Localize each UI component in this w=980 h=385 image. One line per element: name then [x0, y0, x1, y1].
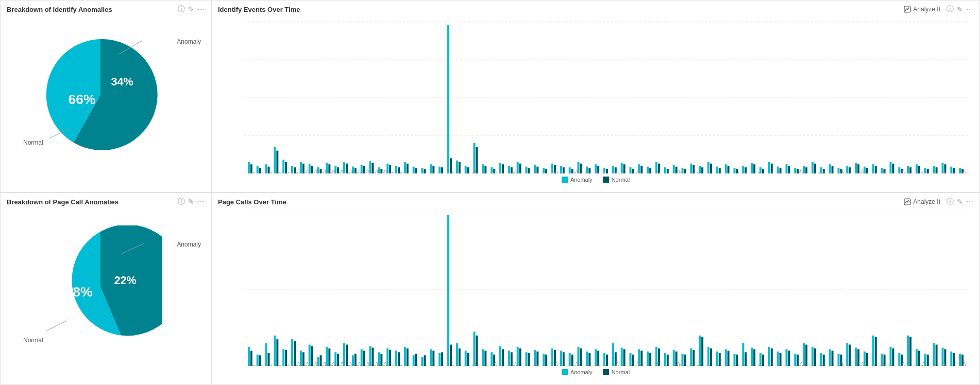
svg-rect-59: [647, 167, 649, 173]
svg-rect-151: [728, 166, 730, 173]
svg-rect-328: [354, 354, 357, 366]
edit-icon-c2[interactable]: ✎: [957, 198, 963, 206]
svg-rect-343: [484, 351, 486, 366]
svg-rect-80: [829, 164, 831, 173]
dashboard: Breakdown of Identify Anomalies ⓘ ✎ ⋯: [0, 0, 980, 385]
svg-rect-357: [606, 355, 608, 366]
chart-panel-1: Identify Events Over Time Analyze It ⓘ ✎…: [211, 0, 980, 192]
svg-rect-135: [588, 168, 590, 173]
more-icon-c1[interactable]: ⋯: [966, 5, 973, 13]
svg-rect-123: [484, 166, 486, 173]
svg-rect-283: [682, 354, 684, 366]
svg-rect-35: [438, 167, 441, 173]
svg-rect-260: [482, 349, 484, 366]
svg-rect-291: [751, 347, 753, 366]
svg-rect-18: [291, 166, 293, 173]
svg-rect-167: [866, 168, 868, 173]
edit-icon-2[interactable]: ✎: [188, 198, 194, 206]
svg-rect-240: [309, 345, 311, 366]
svg-rect-32: [413, 167, 415, 173]
svg-rect-368: [701, 337, 703, 366]
svg-rect-337: [432, 351, 434, 366]
svg-rect-346: [511, 352, 513, 366]
svg-rect-383: [832, 351, 834, 366]
svg-rect-90: [916, 164, 918, 173]
svg-rect-71: [751, 163, 753, 173]
svg-rect-76: [794, 168, 796, 173]
svg-rect-302: [846, 343, 848, 366]
svg-rect-390: [892, 348, 894, 366]
svg-rect-371: [728, 351, 730, 366]
chart-panel-2: Page Calls Over Time Analyze It ⓘ ✎ ⋯: [211, 192, 980, 385]
edit-icon-c1[interactable]: ✎: [957, 5, 963, 13]
analyze-btn-1[interactable]: Analyze It: [901, 5, 943, 14]
chart2-icons: Analyze It ⓘ ✎ ⋯: [901, 197, 973, 206]
svg-rect-63: [682, 168, 684, 173]
info-icon-1[interactable]: ⓘ: [178, 5, 185, 14]
svg-rect-321: [294, 341, 296, 366]
svg-rect-177: [953, 168, 955, 173]
edit-icon-1[interactable]: ✎: [188, 5, 194, 13]
svg-rect-85: [872, 164, 874, 173]
svg-rect-140: [632, 169, 634, 173]
more-icon-2[interactable]: ⋯: [197, 198, 205, 206]
svg-rect-172: [909, 167, 911, 173]
svg-rect-275: [612, 343, 614, 366]
panel-header-1: Breakdown of Identify Anomalies ⓘ ✎ ⋯: [7, 5, 205, 14]
info-icon-2[interactable]: ⓘ: [178, 197, 185, 206]
more-icon-1[interactable]: ⋯: [197, 5, 205, 13]
chart2-area: 20K 10K 0: [218, 208, 973, 366]
svg-rect-282: [673, 350, 675, 366]
svg-rect-326: [337, 354, 339, 366]
svg-rect-355: [588, 353, 590, 366]
svg-rect-298: [812, 347, 814, 366]
svg-rect-361: [640, 351, 643, 366]
svg-rect-290: [742, 343, 744, 366]
svg-rect-297: [803, 343, 805, 366]
svg-rect-284: [690, 348, 692, 366]
svg-rect-154: [753, 164, 755, 173]
svg-rect-42: [499, 163, 501, 173]
svg-rect-270: [569, 353, 571, 366]
chart1-svg: 10K 7.5K 5K 2.5K 0: [244, 21, 968, 173]
chart1-container: 10K 7.5K 5K 2.5K 0: [218, 16, 973, 184]
svg-rect-36: [447, 25, 449, 173]
svg-rect-147: [692, 165, 695, 173]
chart1-legend-anomaly: Anomaly: [562, 177, 593, 183]
svg-rect-300: [829, 349, 831, 366]
svg-rect-38: [465, 166, 467, 173]
svg-rect-49: [560, 166, 562, 173]
chart2-header: Page Calls Over Time Analyze It ⓘ ✎ ⋯: [218, 197, 973, 206]
analyze-label-1: Analyze It: [913, 6, 940, 13]
svg-rect-288: [725, 349, 727, 366]
chart2-legend-normal: Normal: [603, 369, 630, 375]
more-icon-c2[interactable]: ⋯: [966, 198, 973, 206]
svg-rect-264: [517, 347, 519, 366]
svg-rect-334: [407, 348, 409, 366]
svg-rect-114: [407, 164, 409, 173]
svg-rect-125: [502, 164, 504, 173]
svg-rect-394: [927, 355, 929, 366]
svg-rect-37: [456, 161, 458, 173]
svg-rect-310: [916, 349, 918, 366]
svg-text:9/27/22: 9/27/22: [955, 168, 968, 173]
chart2-container: 20K 10K 0: [218, 208, 973, 376]
legend-label-normal-2: Normal: [612, 369, 630, 375]
svg-rect-64: [690, 164, 692, 173]
svg-rect-315: [959, 354, 961, 366]
analyze-icon-1: [904, 6, 911, 13]
analyze-btn-2[interactable]: Analyze It: [901, 197, 943, 206]
chart2-bars-anomaly: [248, 215, 961, 366]
svg-rect-170: [892, 164, 894, 173]
svg-rect-314: [950, 352, 952, 366]
chart2-svg: 20K 10K 0: [244, 214, 968, 366]
pie1-title: Breakdown of Identify Anomalies: [7, 6, 112, 13]
svg-rect-339: [450, 345, 452, 366]
info-icon-c2[interactable]: ⓘ: [947, 197, 954, 206]
info-icon-c1[interactable]: ⓘ: [947, 5, 954, 14]
svg-rect-347: [519, 348, 521, 366]
svg-rect-331: [380, 354, 382, 366]
svg-rect-255: [438, 353, 441, 366]
analyze-icon-2: [904, 198, 911, 205]
svg-rect-369: [710, 348, 712, 366]
